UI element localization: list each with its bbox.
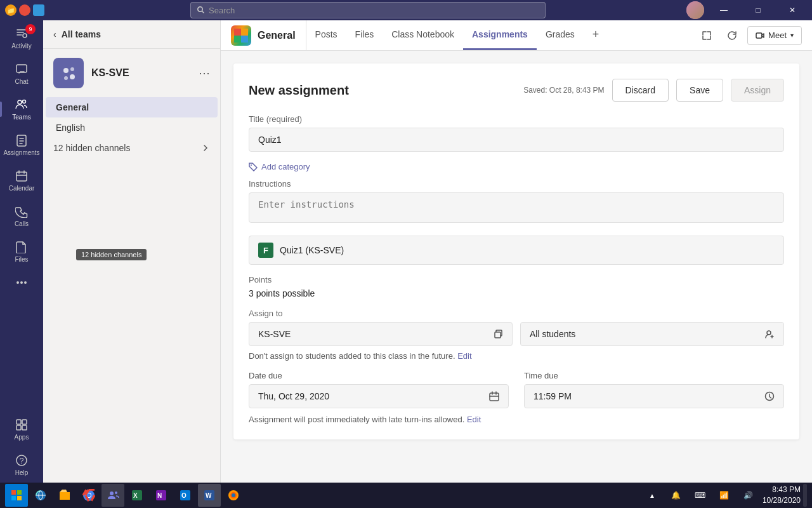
svg-rect-21	[234, 29, 241, 36]
save-button[interactable]: Save	[676, 79, 723, 102]
svg-point-9	[20, 281, 23, 284]
systray-network[interactable]: 📶	[713, 484, 736, 507]
maximize-button[interactable]: □	[743, 0, 773, 20]
tab-actions: Meet ▾	[697, 20, 802, 50]
tab-grades[interactable]: Grades	[537, 20, 584, 50]
sidebar-item-chat[interactable]: Chat	[0, 56, 43, 91]
meet-label: Meet	[768, 30, 787, 40]
svg-point-0	[198, 7, 203, 12]
sidebar-item-more[interactable]	[0, 269, 43, 296]
assign-to-section: Assign to KS-SVE All students	[249, 309, 784, 361]
systray-volume[interactable]: 🔊	[737, 484, 760, 507]
assign-note-edit-link[interactable]: Edit	[457, 351, 471, 361]
sidebar-item-calls[interactable]: Calls	[0, 198, 43, 234]
add-category-button[interactable]: Add category	[249, 162, 784, 171]
sidebar-item-files[interactable]: Files	[0, 234, 43, 269]
title-section: Title (required)	[249, 114, 784, 152]
svg-point-28	[767, 331, 771, 335]
sidebar-item-teams[interactable]: Teams	[0, 91, 43, 127]
add-person-icon	[764, 329, 775, 339]
svg-rect-34	[17, 496, 22, 500]
svg-point-42	[115, 491, 117, 494]
title-bar-center: Search	[49, 2, 686, 18]
attachment-item[interactable]: F Quiz1 (KS-SVE)	[249, 236, 784, 265]
saved-text: Saved: Oct 28, 8:43 PM	[523, 86, 604, 95]
taskbar-clock[interactable]: 8:43 PM 10/28/2020	[763, 485, 801, 506]
time-due-input[interactable]: 11:59 PM	[524, 384, 784, 408]
systray-keyboard[interactable]: ⌨	[689, 484, 712, 507]
taskbar-teams[interactable]	[102, 484, 124, 507]
chevron-right-icon	[201, 144, 210, 152]
taskbar-excel[interactable]: X	[126, 484, 148, 507]
expand-button[interactable]	[697, 25, 717, 46]
sidebar-label-chat: Chat	[15, 78, 28, 85]
points-value: 3 points possible	[249, 288, 784, 298]
apps-icon	[15, 418, 29, 432]
tab-class-notebook[interactable]: Class Notebook	[383, 20, 463, 50]
taskbar-explorer[interactable]	[53, 484, 76, 507]
minimize-button[interactable]: —	[709, 0, 738, 20]
date-due-label: Date due	[249, 371, 509, 380]
files-icon	[15, 240, 29, 254]
channel-item-general[interactable]: General	[46, 97, 218, 117]
show-desktop-button[interactable]	[803, 484, 807, 507]
taskbar-outlook[interactable]: O	[174, 484, 197, 507]
post-note-edit-link[interactable]: Edit	[467, 415, 481, 424]
tab-add[interactable]: +	[584, 20, 608, 50]
taskbar-onenote[interactable]: N	[150, 484, 173, 507]
tab-posts[interactable]: Posts	[306, 20, 346, 50]
assign-class-input[interactable]: KS-SVE	[249, 322, 513, 346]
tab-team-title: General	[258, 30, 296, 41]
time-due-value: 11:59 PM	[534, 391, 572, 401]
sidebar-item-assignments[interactable]: Assignments	[0, 127, 43, 163]
sidebar-item-activity[interactable]: 9 Activity	[0, 20, 43, 56]
assign-note-text: Don't assign to students added to this c…	[249, 351, 455, 361]
sidebar-item-apps[interactable]: Apps	[0, 411, 43, 447]
attachment-name: Quiz1 (KS-SVE)	[280, 245, 344, 255]
clock-icon	[764, 391, 775, 401]
taskbar-ie[interactable]	[29, 484, 52, 507]
user-avatar[interactable]	[686, 1, 704, 19]
taskbar-chrome[interactable]	[77, 484, 100, 507]
svg-point-53	[232, 493, 235, 497]
sidebar-item-help[interactable]: ? Help	[0, 447, 43, 483]
assignments-icon	[15, 133, 29, 147]
tabs-container: Posts Files Class Notebook Assignments G…	[306, 20, 697, 50]
all-teams-label[interactable]: All teams	[62, 29, 101, 39]
date-due-input[interactable]: Thu, Oct 29, 2020	[249, 384, 509, 408]
svg-rect-31	[11, 490, 16, 495]
sidebar-label-help: Help	[15, 469, 29, 476]
team-options-button[interactable]: ⋯	[199, 66, 210, 80]
refresh-button[interactable]	[722, 25, 742, 46]
close-button[interactable]: ✕	[778, 0, 807, 20]
date-due-col: Date due Thu, Oct 29, 2020	[249, 371, 509, 408]
taskbar-firefox[interactable]	[222, 484, 245, 507]
instructions-input[interactable]	[249, 192, 784, 223]
title-input[interactable]	[249, 128, 784, 152]
copy-icon	[493, 329, 503, 339]
svg-point-20	[70, 74, 75, 79]
svg-point-8	[16, 281, 19, 284]
hidden-channels-item[interactable]: 12 hidden channels	[43, 138, 220, 158]
assign-button[interactable]: Assign	[731, 79, 784, 102]
taskbar-word[interactable]: W	[198, 484, 221, 507]
start-button[interactable]	[5, 484, 28, 507]
assign-students-input[interactable]: All students	[520, 322, 784, 346]
channel-item-english[interactable]: English	[46, 117, 218, 138]
teams-icon	[15, 98, 29, 112]
back-button[interactable]: ‹	[53, 29, 56, 39]
sidebar-item-calendar[interactable]: Calendar	[0, 163, 43, 198]
tab-assignments[interactable]: Assignments	[463, 20, 537, 50]
tab-files[interactable]: Files	[346, 20, 383, 50]
systray-arrow[interactable]: ▲	[641, 484, 664, 507]
meet-button[interactable]: Meet ▾	[747, 26, 802, 45]
channel-header: ‹ All teams	[43, 20, 220, 49]
svg-rect-7	[16, 172, 27, 181]
sidebar-label-files: Files	[15, 256, 28, 263]
svg-rect-29	[490, 393, 499, 401]
discard-button[interactable]: Discard	[612, 79, 669, 102]
assign-to-label: Assign to	[249, 309, 784, 318]
systray-notification[interactable]: 🔔	[665, 484, 688, 507]
points-label: Points	[249, 275, 784, 284]
tab-bar: General Posts Files Class Notebook Assig…	[221, 20, 812, 51]
